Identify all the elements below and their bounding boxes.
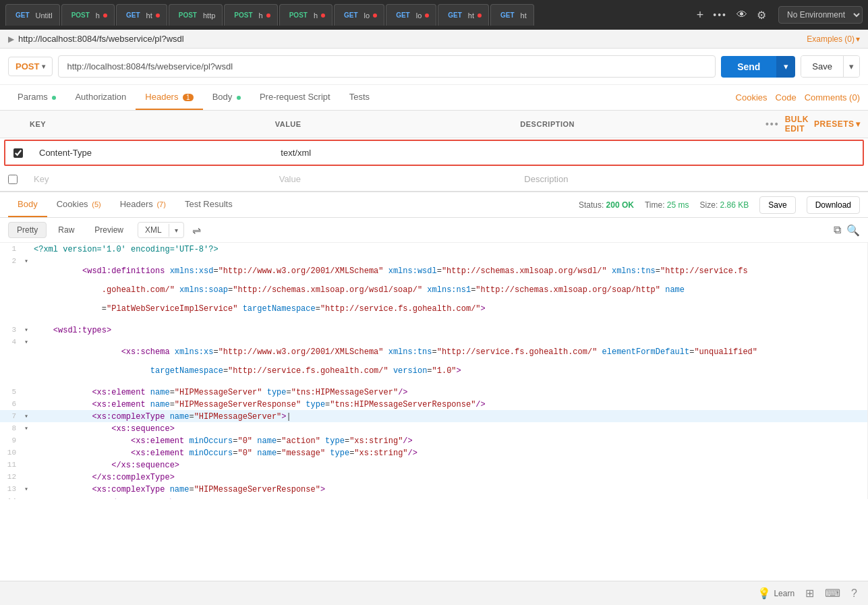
- add-tab-button[interactable]: +: [694, 5, 707, 25]
- save-button[interactable]: Save: [801, 56, 843, 77]
- line-toggle[interactable]: ▾: [24, 256, 34, 265]
- line-number: 14: [0, 496, 24, 499]
- tab-get-6[interactable]: GET ht: [490, 4, 534, 26]
- row-1-checkbox[interactable]: [13, 148, 23, 158]
- tab-pre-request-script[interactable]: Pre-request Script: [250, 85, 340, 110]
- method-badge-get: GET: [498, 11, 517, 20]
- settings-icon[interactable]: ⚙: [754, 6, 769, 24]
- learn-item[interactable]: 💡 Learn: [757, 587, 794, 600]
- download-button[interactable]: Download: [807, 196, 860, 214]
- format-xml-chevron-icon[interactable]: ▾: [169, 224, 183, 237]
- line-number: 13: [0, 484, 24, 493]
- row-1-value[interactable]: text/xml: [277, 145, 518, 161]
- row-2-checkbox[interactable]: [8, 175, 18, 184]
- format-raw-button[interactable]: Raw: [49, 222, 83, 238]
- line-content: <xs:schema xmlns:xs="http://www.w3.org/2…: [34, 337, 867, 385]
- bulk-edit-button[interactable]: Bulk Edit: [785, 115, 809, 134]
- row-2-key-placeholder[interactable]: Key: [30, 171, 275, 187]
- tab-post-3[interactable]: POST h: [224, 4, 277, 26]
- line-toggle[interactable]: ▾: [24, 337, 34, 346]
- line-toggle[interactable]: ▾: [24, 484, 34, 493]
- tab-authorization[interactable]: Authorization: [65, 85, 136, 110]
- tab-post-1[interactable]: POST h: [61, 4, 115, 26]
- layout-item[interactable]: ⊞: [805, 587, 814, 600]
- format-type-selector[interactable]: XML ▾: [138, 222, 184, 238]
- response-tab-cookies[interactable]: Cookies (5): [47, 192, 111, 217]
- method-chevron-icon: ▾: [42, 63, 45, 70]
- line-toggle[interactable]: [24, 459, 34, 461]
- line-toggle[interactable]: ▾: [24, 496, 34, 499]
- status-value: 200 OK: [606, 200, 634, 210]
- time-label: Time: 25 ms: [645, 200, 689, 210]
- tab-params-label: Params: [18, 92, 48, 102]
- tab-get-4[interactable]: GET lo: [386, 4, 436, 26]
- code-link[interactable]: Code: [776, 92, 797, 103]
- row-2-value-placeholder[interactable]: Value: [275, 171, 521, 187]
- code-line-3: 3 ▾ <wsdl:types>: [0, 324, 867, 336]
- response-tab-test-results[interactable]: Test Results: [175, 192, 242, 217]
- row-2-desc-placeholder[interactable]: Description: [520, 171, 765, 187]
- search-button[interactable]: 🔍: [846, 224, 860, 237]
- url-input[interactable]: [58, 55, 716, 78]
- save-response-button[interactable]: Save: [759, 196, 795, 214]
- copy-button[interactable]: ⧉: [834, 224, 841, 237]
- line-toggle[interactable]: [24, 447, 34, 449]
- eye-icon[interactable]: 👁: [734, 6, 750, 24]
- line-toggle[interactable]: [24, 399, 34, 400]
- format-bar: Pretty Raw Preview XML ▾ ⇌ ⧉ 🔍: [0, 218, 868, 243]
- send-dropdown-button[interactable]: ▾: [776, 56, 795, 78]
- code-line-7: 7 ▾ <xs:complexType name="HIPMessageServ…: [0, 410, 867, 422]
- send-button[interactable]: Send: [721, 56, 776, 78]
- tab-post-2[interactable]: POST http: [169, 4, 223, 26]
- environment-selector[interactable]: No Environment: [778, 6, 863, 24]
- row-1-desc[interactable]: [519, 150, 760, 156]
- line-number: 8: [0, 423, 24, 432]
- method-badge-get: GET: [123, 11, 143, 20]
- tab-body[interactable]: Body: [203, 85, 250, 110]
- response-tab-headers[interactable]: Headers (7): [111, 192, 175, 217]
- line-toggle[interactable]: ▾: [24, 423, 34, 432]
- url-bar-link: http://localhost:8084/fs/webservice/pl?w…: [18, 34, 184, 44]
- row-1-key[interactable]: Content-Type: [35, 145, 277, 161]
- method-badge-get: GET: [393, 11, 413, 20]
- line-toggle[interactable]: ▾: [24, 324, 34, 334]
- code-line-5: 5 <xs:element name="HIPMessageServer" ty…: [0, 386, 867, 398]
- response-tab-body[interactable]: Body: [8, 192, 47, 217]
- line-content: <xs:element minOccurs="0" name="message"…: [34, 447, 867, 458]
- tab-actions: + ••• 👁 ⚙ No Environment: [694, 5, 863, 25]
- response-tabs: Body Cookies (5) Headers (7) Test Result…: [0, 192, 868, 218]
- tab-get-2[interactable]: GET ht: [116, 4, 167, 26]
- examples-link[interactable]: Examples (0) ▾: [807, 34, 860, 44]
- code-area[interactable]: 1 <?xml version='1.0' encoding='UTF-8'?>…: [0, 243, 868, 499]
- method-selector[interactable]: POST ▾: [8, 57, 53, 76]
- save-dropdown-button[interactable]: ▾: [843, 56, 859, 77]
- line-toggle[interactable]: [24, 471, 34, 473]
- presets-button[interactable]: Presets ▾: [814, 119, 860, 129]
- tab-get-5[interactable]: GET ht: [438, 4, 489, 26]
- format-preview-button[interactable]: Preview: [86, 222, 132, 238]
- tab-post-4[interactable]: POST h: [279, 4, 332, 26]
- help-item[interactable]: ?: [851, 587, 857, 600]
- collapse-arrow[interactable]: ▶: [8, 34, 14, 44]
- line-toggle[interactable]: [24, 386, 34, 388]
- more-icon[interactable]: •••: [765, 119, 780, 129]
- comments-link[interactable]: Comments (0): [805, 92, 860, 103]
- layout-icon: ⊞: [805, 587, 814, 600]
- line-toggle[interactable]: ▾: [24, 411, 34, 420]
- line-content: <xs:complexType name="HIPMessageServer">…: [34, 411, 867, 422]
- size-value: 2.86 KB: [720, 200, 749, 210]
- tab-tests[interactable]: Tests: [340, 85, 379, 110]
- status-bar: 💡 Learn ⊞ ⌨ ?: [0, 581, 868, 605]
- word-wrap-icon[interactable]: ⇌: [192, 225, 201, 236]
- more-tabs-button[interactable]: •••: [710, 7, 730, 23]
- tab-params[interactable]: Params: [8, 85, 65, 110]
- tab-get-untitled[interactable]: GET Untitl: [5, 4, 60, 26]
- keyboard-item[interactable]: ⌨: [825, 587, 840, 600]
- tab-headers[interactable]: Headers 1: [136, 85, 202, 110]
- row-2-checkbox-cell: [8, 175, 30, 184]
- line-toggle[interactable]: [24, 243, 34, 245]
- cookies-link[interactable]: Cookies: [736, 92, 768, 103]
- format-pretty-button[interactable]: Pretty: [8, 222, 47, 238]
- tab-get-3[interactable]: GET lo: [334, 4, 384, 26]
- line-toggle[interactable]: [24, 435, 34, 436]
